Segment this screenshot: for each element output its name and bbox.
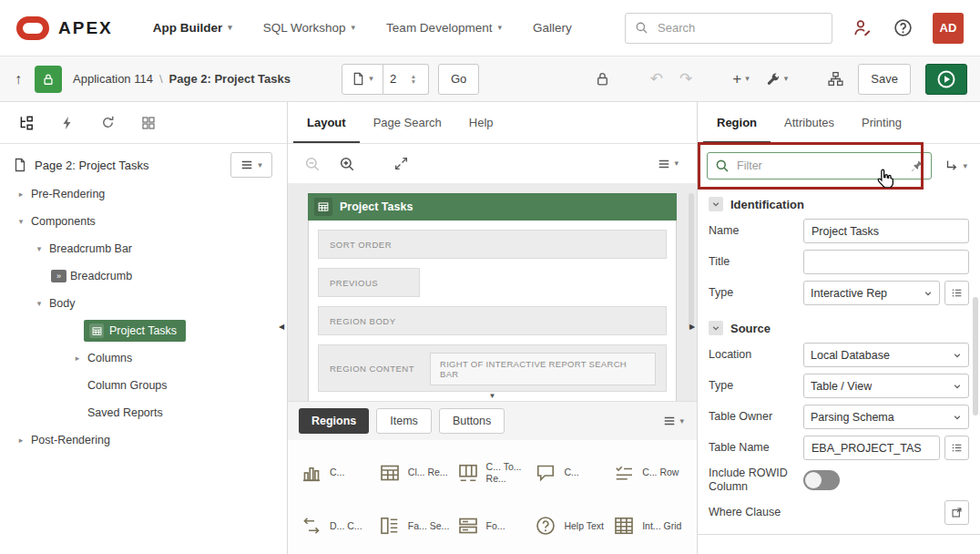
shared-components-button[interactable] <box>826 69 845 88</box>
nav-team-development[interactable]: Team Development ▾ <box>386 21 502 35</box>
tab-attributes[interactable]: Attributes <box>771 102 848 143</box>
tree-item-pre-rendering[interactable]: ▸ Pre-Rendering <box>0 180 287 208</box>
tab-layout[interactable]: Layout <box>293 102 360 143</box>
gallery-item-content-row[interactable]: C... Row <box>613 447 684 498</box>
utilities-button[interactable]: ▾ <box>764 70 791 88</box>
scroll-down-indicator[interactable]: ▼ <box>489 392 496 400</box>
chevron-down-icon[interactable]: ▾ <box>33 244 46 253</box>
gallery-tab-buttons[interactable]: Buttons <box>439 408 505 434</box>
avatar[interactable]: AD <box>933 13 964 44</box>
dynamic-actions-tab-icon[interactable] <box>60 116 75 130</box>
create-button[interactable]: + ▾ <box>730 69 750 88</box>
gallery-item-faceted-search[interactable]: Fa... Se... <box>379 502 450 550</box>
property-filter[interactable] <box>707 152 932 180</box>
user-edit-button[interactable] <box>851 16 873 39</box>
rendering-tab-icon[interactable] <box>18 115 35 131</box>
tab-page-search[interactable]: Page Search <box>360 102 455 143</box>
splitter-handle-left[interactable]: ◀ <box>279 323 284 331</box>
gallery-item-interactive-grid[interactable]: Int... Grid <box>613 502 684 550</box>
chevron-right-icon[interactable]: ▸ <box>71 354 84 363</box>
chevron-down-icon[interactable]: ▾ <box>15 217 27 226</box>
go-button[interactable]: Go <box>438 64 479 95</box>
chevron-down-icon[interactable]: ▾ <box>33 299 46 308</box>
layout-slot-sort-order[interactable]: SORT ORDER <box>318 230 667 259</box>
apex-logo[interactable]: APEX <box>16 16 113 40</box>
page-number-input[interactable] <box>388 71 410 87</box>
layout-slot-region-content[interactable]: REGION CONTENT RIGHT OF INTERACTIVE REPO… <box>318 344 667 392</box>
gallery-item-column-toggle-report[interactable]: C... To... Re... <box>457 447 528 498</box>
undo-button[interactable]: ↶ <box>648 67 665 90</box>
tab-region[interactable]: Region <box>703 102 771 143</box>
gallery-item-chart[interactable]: C... <box>301 447 372 498</box>
page-lock-button[interactable] <box>593 69 612 88</box>
gallery-tab-items[interactable]: Items <box>376 408 432 434</box>
where-clause-editor[interactable] <box>698 534 980 554</box>
splitter-handle-right[interactable]: ▶ <box>689 323 695 331</box>
expand-icon[interactable] <box>393 156 409 171</box>
tab-printing[interactable]: Printing <box>848 102 915 143</box>
section-collapse-icon[interactable] <box>709 321 723 335</box>
save-button[interactable]: Save <box>858 64 911 95</box>
gallery-item-form[interactable]: Fo... <box>457 502 528 550</box>
gallery-item-classic-report[interactable]: Cl... Re... <box>379 447 450 498</box>
application-icon[interactable] <box>35 66 62 93</box>
processing-tab-icon[interactable] <box>100 115 116 130</box>
tree-item-columns[interactable]: ▸ Columns <box>0 344 287 372</box>
go-to-parent-button[interactable]: ▾ <box>941 155 971 177</box>
location-select[interactable]: Local Database <box>803 343 969 367</box>
chevron-right-icon[interactable]: ▸ <box>15 436 27 445</box>
zoom-in-icon[interactable] <box>339 156 355 172</box>
zoom-out-icon[interactable] <box>304 156 321 172</box>
global-search[interactable] <box>625 13 832 44</box>
properties-scrollbar[interactable] <box>973 297 978 416</box>
tree-item-saved-reports[interactable]: Saved Reports <box>0 399 287 426</box>
page-finder-button[interactable]: ▾ <box>342 64 383 95</box>
tree-root-row[interactable]: Page 2: Project Tasks ▾ <box>0 149 287 180</box>
layout-slot-right-of-search-bar[interactable]: RIGHT OF INTERACTIVE REPORT SEARCH BAR <box>430 353 656 385</box>
nav-gallery[interactable]: Gallery <box>533 21 572 35</box>
title-input[interactable] <box>803 250 969 274</box>
tree-item-breadcrumb-bar[interactable]: ▾ Breadcrumb Bar <box>0 235 287 262</box>
table-name-list-button[interactable] <box>944 436 969 460</box>
tree-item-column-groups[interactable]: Column Groups <box>0 372 287 399</box>
tree-item-breadcrumb[interactable]: » Breadcrumb <box>0 262 287 290</box>
canvas-region-header[interactable]: Project Tasks <box>308 193 677 221</box>
tree-item-components[interactable]: ▾ Components <box>0 208 287 235</box>
search-input[interactable] <box>656 20 822 36</box>
chevron-right-icon[interactable]: ▸ <box>15 190 27 199</box>
filter-input[interactable] <box>735 159 904 173</box>
shared-components-tab-icon[interactable] <box>141 116 156 130</box>
type-list-button[interactable] <box>944 281 969 305</box>
type-select[interactable]: Interactive Rep <box>803 281 940 305</box>
pin-icon[interactable] <box>910 159 924 173</box>
table-owner-select[interactable]: Parsing Schema <box>803 405 969 429</box>
canvas-scrollbar[interactable] <box>689 193 694 330</box>
source-type-select[interactable]: Table / View <box>803 374 969 398</box>
gallery-menu-button[interactable]: ▾ <box>661 413 686 429</box>
nav-app-builder[interactable]: App Builder ▾ <box>153 21 232 35</box>
nav-sql-workshop[interactable]: SQL Workshop ▾ <box>263 21 355 35</box>
redo-button[interactable]: ↷ <box>678 67 694 90</box>
breadcrumb-application[interactable]: Application 114 <box>73 72 153 86</box>
rowid-toggle[interactable] <box>803 470 840 490</box>
help-button[interactable] <box>892 16 914 39</box>
code-editor-popout-button[interactable] <box>944 500 969 525</box>
gallery-item-comments[interactable]: C... <box>535 447 606 498</box>
layout-slot-region-body[interactable]: REGION BODY <box>318 306 667 335</box>
table-name-input[interactable] <box>803 436 940 460</box>
tree-item-project-tasks[interactable]: Project Tasks <box>0 317 287 344</box>
tree-item-body[interactable]: ▾ Body <box>0 290 287 317</box>
tree-item-post-rendering[interactable]: ▸ Post-Rendering <box>0 426 287 454</box>
gallery-tab-regions[interactable]: Regions <box>299 408 369 434</box>
go-up-button[interactable]: ↑ <box>13 69 24 89</box>
name-input[interactable] <box>803 219 969 243</box>
section-collapse-icon[interactable] <box>709 197 723 211</box>
tree-menu-button[interactable]: ▾ <box>230 152 272 178</box>
layout-menu-button[interactable]: ▾ <box>656 156 680 172</box>
page-number-stepper[interactable]: ▴ ▾ <box>412 74 415 84</box>
tab-help[interactable]: Help <box>455 102 507 143</box>
gallery-item-help-text[interactable]: Help Text <box>535 502 606 550</box>
gallery-item-dynamic-content[interactable]: D... C... <box>301 502 372 550</box>
layout-slot-previous[interactable]: PREVIOUS <box>318 268 420 297</box>
run-button[interactable] <box>925 64 967 95</box>
